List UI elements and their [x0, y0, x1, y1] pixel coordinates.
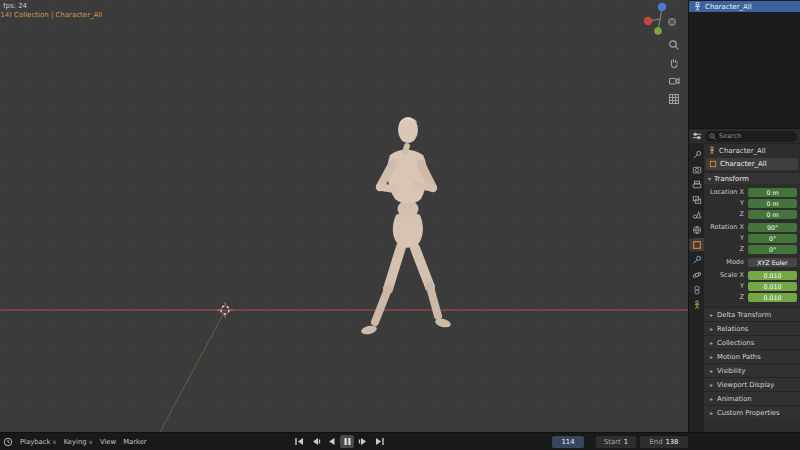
- field-label: Scale X: [704, 271, 748, 279]
- zoom-icon[interactable]: [667, 38, 680, 51]
- viewport-breadcrumb: (114) Collection | Character_All: [0, 11, 102, 19]
- menu-marker[interactable]: Marker: [123, 438, 147, 446]
- outliner-item-character-all[interactable]: Character_All: [689, 1, 800, 12]
- location-y-field[interactable]: 0 m: [748, 199, 797, 208]
- section-motion-paths[interactable]: ▸ Motion Paths: [704, 349, 800, 363]
- properties-panel: Search: [689, 128, 800, 432]
- transform-row: Z 0 m: [704, 209, 797, 219]
- 3d-viewport[interactable]: fps: 24 (114) Collection | Character_All: [0, 0, 688, 432]
- jump-to-end-button[interactable]: [372, 435, 386, 448]
- frame-start-field[interactable]: Start 1: [596, 436, 636, 448]
- chevron-right-icon: ▸: [710, 326, 713, 332]
- menu-keying[interactable]: Keying ∨: [64, 438, 93, 446]
- section-label: Visibility: [717, 367, 746, 375]
- rotation-mode-dropdown[interactable]: XYZ Euler: [748, 258, 797, 267]
- chevron-right-icon: ▸: [710, 382, 713, 388]
- section-label: Motion Paths: [717, 353, 761, 361]
- section-viewport-display[interactable]: ▸ Viewport Display: [704, 377, 800, 391]
- location-z-field[interactable]: 0 m: [748, 210, 797, 219]
- chevron-right-icon: ▸: [710, 354, 713, 360]
- section-collections[interactable]: ▸ Collections: [704, 335, 800, 349]
- frame-end-field[interactable]: End 138: [640, 436, 688, 448]
- tab-constraints-icon[interactable]: [689, 283, 704, 296]
- prev-keyframe-button[interactable]: [308, 435, 322, 448]
- tab-tool-icon[interactable]: [689, 148, 704, 161]
- pan-hand-icon[interactable]: [667, 56, 680, 69]
- rotation-z-field[interactable]: 0°: [748, 245, 797, 254]
- breadcrumb-object-label: Character_All: [719, 147, 766, 155]
- end-label: End: [650, 438, 663, 446]
- properties-breadcrumb[interactable]: Character_All: [704, 144, 800, 157]
- transform-row: Z 0°: [704, 244, 797, 254]
- field-label: Rotation X: [704, 223, 748, 231]
- current-frame-field[interactable]: 114: [552, 436, 584, 448]
- object-name-label: Character_All: [720, 160, 767, 168]
- transform-row: Y 0.010: [704, 281, 797, 291]
- scale-y-field[interactable]: 0.010: [748, 282, 797, 291]
- search-input[interactable]: Search: [705, 131, 797, 142]
- next-keyframe-button[interactable]: [356, 435, 370, 448]
- section-delta-transform[interactable]: ▸ Delta Transform: [704, 307, 800, 321]
- tab-physics-icon[interactable]: [689, 268, 704, 281]
- search-placeholder: Search: [719, 132, 741, 140]
- navigation-gizmo[interactable]: [638, 2, 682, 38]
- gizmo-negative-axis[interactable]: [669, 19, 676, 26]
- properties-tab-strip: [689, 144, 704, 432]
- rotation-y-field[interactable]: 0°: [748, 234, 797, 243]
- object-name-field[interactable]: Character_All: [706, 158, 798, 170]
- section-label: Animation: [717, 395, 752, 403]
- tab-output-icon[interactable]: [689, 178, 704, 191]
- chevron-right-icon: ▸: [710, 368, 713, 374]
- tab-world-icon[interactable]: [689, 223, 704, 236]
- field-label: Y: [704, 234, 748, 242]
- section-visibility[interactable]: ▸ Visibility: [704, 363, 800, 377]
- section-relations[interactable]: ▸ Relations: [704, 321, 800, 335]
- section-custom-properties[interactable]: ▸ Custom Properties: [704, 405, 800, 419]
- object-icon: [708, 146, 716, 155]
- section-label: Viewport Display: [717, 381, 774, 389]
- transform-panel-header[interactable]: ▾ Transform: [704, 172, 800, 184]
- timeline-editor-clock-icon[interactable]: [3, 437, 13, 447]
- tab-object-icon[interactable]: [689, 238, 704, 251]
- play-reverse-button[interactable]: [324, 435, 338, 448]
- section-label: Collections: [717, 339, 754, 347]
- section-animation[interactable]: ▸ Animation: [704, 391, 800, 405]
- rotation-x-field[interactable]: 90°: [748, 223, 797, 232]
- properties-content: Character_All Character_All ▾ Transform: [704, 144, 800, 432]
- start-label: Start: [604, 438, 621, 446]
- transform-row: Y 0 m: [704, 198, 797, 208]
- menu-playback[interactable]: Playback ∨: [20, 438, 57, 446]
- pause-button[interactable]: [340, 435, 354, 448]
- tab-view-layer-icon[interactable]: [689, 193, 704, 206]
- outliner-panel[interactable]: Character_All: [689, 0, 800, 128]
- transform-row: Z 0.010: [704, 292, 797, 302]
- transform-row: Rotation X 90°: [704, 222, 797, 232]
- tab-modifiers-icon[interactable]: [689, 253, 704, 266]
- scale-x-field[interactable]: 0.010: [748, 271, 797, 280]
- transform-row: Scale X 0.010: [704, 270, 797, 280]
- field-label: Mode: [704, 258, 748, 266]
- tab-render-icon[interactable]: [689, 163, 704, 176]
- object-square-icon: [709, 160, 717, 168]
- tab-object-data-icon[interactable]: [689, 298, 704, 311]
- gizmo-x-axis[interactable]: [644, 17, 652, 25]
- location-x-field[interactable]: 0 m: [748, 188, 797, 197]
- field-label: Location X: [704, 188, 748, 196]
- properties-editor-icon[interactable]: [692, 130, 702, 142]
- transform-panel-title: Transform: [714, 175, 749, 183]
- chevron-right-icon: ▸: [710, 396, 713, 402]
- menu-view[interactable]: View: [100, 438, 116, 446]
- gizmo-y-axis[interactable]: [654, 27, 662, 35]
- right-panel: Character_All Search: [688, 0, 800, 432]
- field-label: Z: [704, 293, 748, 301]
- scale-z-field[interactable]: 0.010: [748, 293, 797, 302]
- chevron-down-icon: ∨: [52, 439, 56, 445]
- tab-scene-icon[interactable]: [689, 208, 704, 221]
- gizmo-z-axis[interactable]: [658, 3, 666, 11]
- camera-view-icon[interactable]: [667, 74, 680, 87]
- transform-row: Location X 0 m: [704, 187, 797, 197]
- jump-to-start-button[interactable]: [292, 435, 306, 448]
- start-value: 1: [624, 438, 628, 446]
- grid-ortho-icon[interactable]: [667, 92, 680, 105]
- chevron-down-icon: ▾: [708, 176, 711, 182]
